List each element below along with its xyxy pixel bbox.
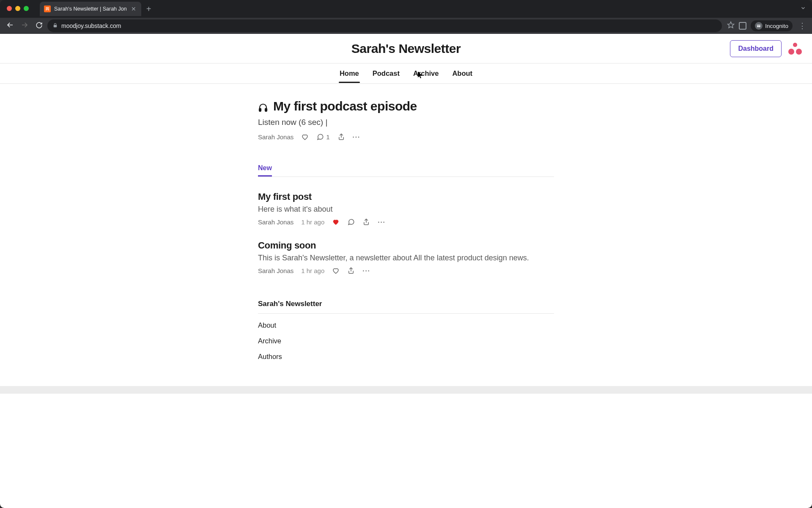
comment-button[interactable]: 1 [316,133,329,141]
lock-icon [52,22,58,29]
page-footer: Sarah's Newsletter About Archive Authors [258,300,554,361]
like-button[interactable] [332,267,340,274]
post-author[interactable]: Sarah Jonas [258,218,294,226]
footer-link-about[interactable]: About [258,321,554,329]
bookmark-star-icon[interactable] [727,21,735,30]
comment-count: 1 [326,133,329,141]
post-title: My first post [258,191,554,202]
incognito-badge[interactable]: Incognito [751,20,793,31]
post-item[interactable]: My first post Here is what it's about Sa… [258,191,554,226]
post-title: Coming soon [258,240,554,251]
share-button[interactable] [347,267,355,274]
browser-tab[interactable]: Sarah's Newsletter | Sarah Jon ✕ [40,2,141,16]
tab-close-icon[interactable]: ✕ [130,6,137,12]
svg-rect-0 [46,7,49,8]
featured-subtitle: Listen now (6 sec) | [258,118,554,127]
browser-toolbar: moodjoy.substack.com Incognito ⋮ [0,18,812,34]
nav-home[interactable]: Home [339,64,360,83]
svg-rect-10 [265,108,267,111]
window-zoom-dot[interactable] [24,6,29,11]
nav-podcast[interactable]: Podcast [372,64,401,83]
tabstrip-chevron-icon[interactable] [800,5,812,13]
filter-new[interactable]: New [258,161,272,177]
headphones-icon [258,101,268,111]
site-header: Sarah's Newsletter Dashboard [0,34,812,64]
window-close-dot[interactable] [7,6,12,11]
post-time: 1 hr ago [301,267,324,274]
forward-button[interactable] [19,21,30,30]
featured-author[interactable]: Sarah Jonas [258,133,294,141]
footer-title[interactable]: Sarah's Newsletter [258,300,554,313]
svg-marker-5 [728,22,734,28]
more-button[interactable]: ··· [353,133,361,141]
featured-title: My first podcast episode [273,99,417,113]
url-text: moodjoy.substack.com [61,22,121,29]
svg-rect-4 [54,25,57,27]
svg-point-6 [757,26,759,28]
svg-rect-8 [757,25,761,26]
svg-rect-9 [259,108,261,111]
like-button[interactable] [332,218,340,226]
more-button[interactable]: ··· [362,267,370,274]
browser-titlebar: Sarah's Newsletter | Sarah Jon ✕ + [0,0,812,18]
nav-archive[interactable]: Archive [412,64,440,83]
incognito-icon [755,22,763,30]
dashboard-button[interactable]: Dashboard [730,40,782,57]
browser-menu-icon[interactable]: ⋮ [797,21,808,30]
reload-button[interactable] [33,22,45,30]
footer-link-authors[interactable]: Authors [258,353,554,361]
profile-avatar-icon[interactable] [788,42,802,55]
page-viewport: Sarah's Newsletter Dashboard Home Podcas… [0,34,812,508]
window-minimize-dot[interactable] [15,6,20,11]
new-tab-button[interactable]: + [141,4,156,14]
more-button[interactable]: ··· [378,218,386,226]
tab-title: Sarah's Newsletter | Sarah Jon [54,6,127,12]
nav-about[interactable]: About [451,64,473,83]
address-bar[interactable]: moodjoy.substack.com [47,19,722,32]
svg-rect-1 [46,8,49,9]
share-button[interactable] [362,218,370,226]
post-item[interactable]: Coming soon This is Sarah's Newsletter, … [258,240,554,274]
substack-favicon-icon [44,6,51,12]
primary-nav: Home Podcast Archive About [0,64,812,84]
divider [258,313,554,314]
post-author[interactable]: Sarah Jonas [258,267,294,274]
post-desc: This is Sarah's Newsletter, a newsletter… [258,254,554,262]
share-button[interactable] [337,133,345,141]
footer-link-archive[interactable]: Archive [258,337,554,345]
comment-button[interactable] [347,218,355,226]
featured-post[interactable]: My first podcast episode Listen now (6 s… [258,99,554,141]
post-time: 1 hr ago [301,218,324,226]
site-title[interactable]: Sarah's Newsletter [351,41,461,56]
post-desc: Here is what it's about [258,205,554,214]
status-bar [0,386,812,394]
incognito-label: Incognito [765,23,788,29]
back-button[interactable] [4,21,16,30]
like-button[interactable] [301,133,309,141]
extensions-icon[interactable] [739,22,746,30]
feed-filter: New [258,161,554,177]
svg-point-7 [759,26,760,28]
